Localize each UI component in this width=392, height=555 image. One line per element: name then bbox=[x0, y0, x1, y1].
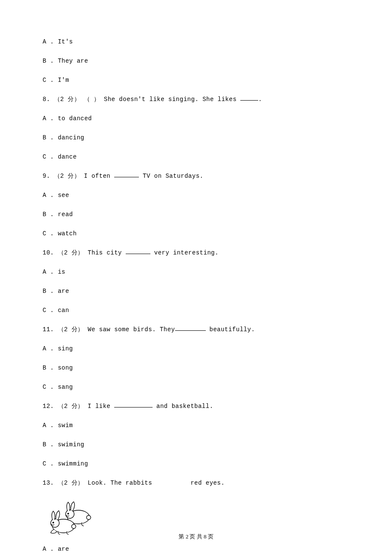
question-12: 12. （2 分） I like and basketball. bbox=[43, 402, 349, 411]
option-c: C . sang bbox=[43, 383, 349, 392]
option-text: are bbox=[58, 546, 69, 552]
option-text: swiming bbox=[58, 441, 84, 448]
svg-point-1 bbox=[66, 510, 74, 518]
option-c: C . I'm bbox=[43, 76, 349, 85]
option-letter: A bbox=[43, 192, 46, 199]
question-num: 13. bbox=[43, 480, 54, 486]
question-8: 8. （2 分） （ ） She doesn't like singing. S… bbox=[43, 95, 349, 104]
option-a: A . swim bbox=[43, 421, 349, 430]
option-c: C . swimming bbox=[43, 460, 349, 468]
points-label: （2 分） bbox=[58, 249, 84, 256]
svg-point-7 bbox=[72, 524, 76, 529]
prompt-before: This city bbox=[84, 249, 126, 256]
option-b: B . dancing bbox=[43, 133, 349, 142]
question-13: 13. （2 分） Look. The rabbitsred eyes. bbox=[43, 479, 349, 488]
option-letter: A bbox=[43, 345, 46, 352]
option-text: It's bbox=[58, 38, 73, 45]
option-letter: C bbox=[43, 153, 46, 160]
option-text: see bbox=[58, 192, 69, 199]
option-b: B . song bbox=[43, 364, 349, 373]
option-text: read bbox=[58, 211, 73, 218]
option-text: swimming bbox=[58, 460, 88, 467]
svg-point-2 bbox=[68, 513, 69, 515]
prompt-after: very interesting. bbox=[150, 249, 219, 256]
points-label: （2 分） bbox=[58, 326, 84, 333]
prompt-after: beautifully. bbox=[206, 326, 255, 333]
option-letter: C bbox=[43, 230, 46, 237]
option-letter: B bbox=[43, 211, 46, 218]
rabbits-image bbox=[44, 498, 349, 537]
option-b: B . read bbox=[43, 210, 349, 219]
question-num: 9. bbox=[43, 173, 50, 179]
option-text: to danced bbox=[58, 115, 92, 122]
option-letter: A bbox=[43, 269, 46, 275]
points-label: （2 分） bbox=[58, 403, 84, 410]
page-number: 第 2 页 共 8 页 bbox=[179, 533, 213, 540]
option-letter: C bbox=[43, 307, 46, 314]
points-label: （2 分） bbox=[54, 96, 80, 103]
option-text: dance bbox=[58, 153, 77, 160]
fill-blank[interactable] bbox=[114, 402, 153, 408]
prompt-before: I like bbox=[84, 403, 114, 410]
prompt-before: She doesn't like singing. She likes bbox=[100, 96, 240, 103]
option-text: sing bbox=[58, 345, 73, 352]
option-text: can bbox=[58, 307, 69, 314]
prompt-before: We saw some birds. They bbox=[84, 326, 175, 333]
option-letter: B bbox=[43, 364, 46, 371]
option-text: song bbox=[58, 364, 73, 371]
option-text: A bbox=[43, 38, 46, 45]
fill-blank[interactable] bbox=[114, 171, 139, 177]
points-label: （2 分） bbox=[54, 173, 80, 179]
option-letter: B bbox=[43, 134, 46, 141]
option-text: are bbox=[58, 288, 69, 295]
option-b: B . They are bbox=[43, 57, 349, 66]
option-letter: A bbox=[43, 422, 46, 429]
option-a: A . It's bbox=[43, 38, 349, 46]
prompt-after: and basketball. bbox=[153, 403, 213, 410]
option-b: B . swiming bbox=[43, 440, 349, 449]
option-text: They are bbox=[58, 58, 88, 64]
option-letter: A bbox=[43, 546, 46, 552]
option-letter: C bbox=[43, 460, 46, 467]
question-num: 8. bbox=[43, 96, 50, 103]
option-text: dancing bbox=[58, 134, 84, 141]
option-text: C bbox=[43, 77, 46, 84]
prompt-after: red eyes. bbox=[190, 480, 225, 486]
question-num: 11. bbox=[43, 326, 54, 333]
svg-point-6 bbox=[53, 522, 54, 523]
option-text: sang bbox=[58, 384, 73, 390]
option-a: A . is bbox=[43, 268, 349, 277]
option-letter: B bbox=[43, 288, 46, 295]
option-text: is bbox=[58, 269, 66, 275]
question-11: 11. （2 分） We saw some birds. They beauti… bbox=[43, 325, 349, 334]
fill-blank[interactable] bbox=[126, 248, 150, 254]
page-footer: 第 2 页 共 8 页 bbox=[0, 532, 392, 541]
option-a: A . are bbox=[43, 545, 349, 554]
svg-point-3 bbox=[86, 515, 91, 520]
question-10: 10. （2 分） This city very interesting. bbox=[43, 249, 349, 257]
prompt-after: TV on Saturdays. bbox=[139, 173, 203, 179]
prompt-before: I often bbox=[80, 173, 114, 179]
option-c: C . watch bbox=[43, 229, 349, 238]
prompt-before: Look. The rabbits bbox=[84, 480, 152, 486]
option-a: A . to danced bbox=[43, 114, 349, 123]
option-text: watch bbox=[58, 230, 77, 237]
option-b: B . are bbox=[43, 287, 349, 296]
fill-blank[interactable] bbox=[175, 325, 206, 331]
option-c: C . can bbox=[43, 306, 349, 315]
option-a: A . sing bbox=[43, 344, 349, 353]
option-text: I'm bbox=[58, 77, 69, 84]
rabbits-icon bbox=[44, 498, 95, 535]
option-c: C . dance bbox=[43, 153, 349, 162]
option-a: A . see bbox=[43, 191, 349, 200]
option-text: B bbox=[43, 58, 46, 64]
question-9: 9. （2 分） I often TV on Saturdays. bbox=[43, 172, 349, 181]
points-label: （2 分） bbox=[58, 480, 84, 486]
svg-point-5 bbox=[51, 519, 59, 527]
option-text: swim bbox=[58, 422, 73, 429]
fill-blank[interactable] bbox=[240, 95, 258, 101]
option-letter: C bbox=[43, 384, 46, 390]
question-num: 12. bbox=[43, 403, 54, 410]
prompt-after: . bbox=[258, 96, 262, 103]
option-letter: A bbox=[43, 115, 46, 122]
